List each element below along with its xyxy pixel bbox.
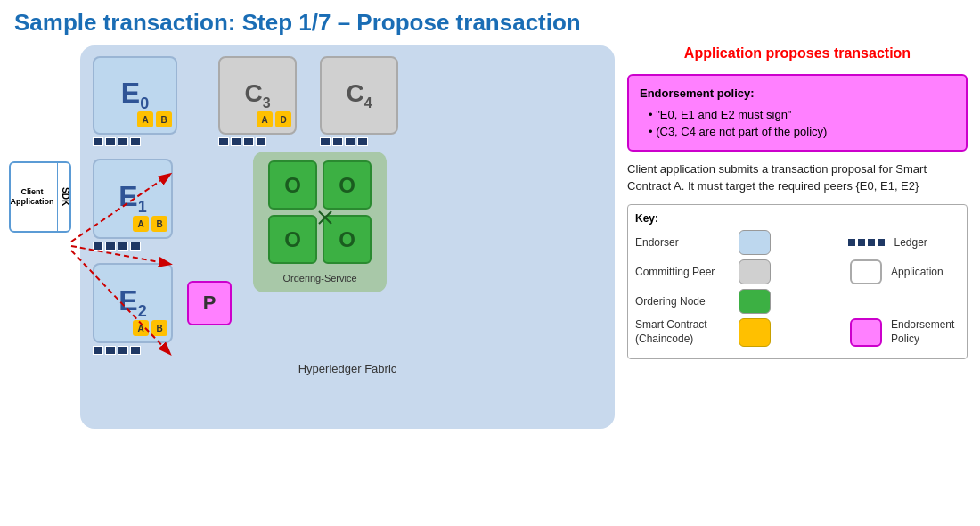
key-row-committing: Committing Peer Application	[635, 259, 960, 284]
ordering-service: O O O O Ord	[253, 152, 387, 292]
c3-label: C3	[244, 79, 270, 111]
client-sdk: SDK	[57, 163, 73, 231]
key-endorser-label: Endorser	[635, 236, 733, 249]
key-ledger-label: Ledger	[894, 236, 960, 249]
proposes-title: Application proposes transaction	[627, 45, 968, 62]
key-committing-label: Committing Peer	[635, 266, 733, 278]
key-row-endorser: Endorser Ledger	[635, 230, 960, 255]
badge-a: A	[137, 111, 153, 127]
policy-title: Endorsement policy:	[640, 85, 955, 103]
fabric-container: E0 A B C3	[80, 45, 615, 429]
endorsement-policy-box: Endorsement policy: • "E0, E1 and E2 mus…	[627, 74, 968, 152]
policy-p: P	[187, 281, 232, 325]
client-label: Client Application	[8, 185, 57, 209]
badge-a-c3: A	[257, 111, 273, 127]
endorser-e0: E0 A B	[93, 56, 177, 146]
key-endorsement-policy-label: EndorsementPolicy	[891, 318, 960, 346]
fabric-label: Hyperledger Fabric	[93, 362, 602, 375]
badge-d-c3: D	[275, 111, 291, 127]
key-endorser-swatch	[739, 230, 771, 255]
committing-c3: C3 A D	[218, 56, 297, 146]
e1-label: E1	[118, 182, 146, 215]
client-box: Client Application SDK	[9, 161, 71, 233]
key-endorsement-policy-swatch	[850, 318, 882, 347]
info-panel: Application proposes transaction Endorse…	[624, 45, 971, 429]
badge-a-e2: A	[133, 320, 149, 336]
badge-b: B	[156, 111, 172, 127]
committing-c4: C4	[320, 56, 398, 146]
endorser-e1: E1 A B	[93, 159, 232, 251]
key-title: Key:	[635, 212, 960, 225]
ordering-node-1: O	[268, 160, 317, 210]
key-chaincode-swatch	[739, 318, 771, 347]
c4-label: C4	[346, 79, 372, 111]
policy-bullet1: • "E0, E1 and E2 must sign"	[649, 106, 955, 124]
key-box: Key: Endorser Ledger Commit	[627, 204, 968, 359]
e0-label: E0	[121, 78, 149, 111]
badge-b-e1: B	[151, 216, 167, 232]
page-root: Sample transaction: Step 1/7 – Propose t…	[0, 0, 980, 526]
key-ordering-swatch	[739, 289, 771, 314]
key-row-ordering: Ordering Node	[635, 289, 960, 314]
policy-bullet2: • (C3, C4 are not part of the policy)	[649, 123, 955, 141]
key-ordering-label: Ordering Node	[635, 295, 733, 308]
e2-row: E2 A B	[93, 263, 232, 355]
e2-label: E2	[118, 286, 146, 319]
ordering-node-2: O	[323, 160, 372, 210]
key-application-label: Application	[891, 266, 960, 278]
badge-b-e2: B	[151, 320, 167, 336]
endorser-e2: E2 A B	[93, 263, 173, 355]
key-smartcontract-label: Smart Contract(Chaincode)	[635, 318, 733, 346]
ordering-node-4: O	[323, 215, 372, 264]
key-application-swatch	[850, 259, 882, 284]
key-row-smartcontract: Smart Contract(Chaincode) EndorsementPol…	[635, 318, 960, 347]
page-title: Sample transaction: Step 1/7 – Propose t…	[0, 0, 980, 42]
policy-p-label: P	[203, 292, 216, 315]
ordering-node-3: O	[268, 215, 317, 264]
key-committing-swatch	[739, 259, 771, 284]
badge-a-e1: A	[133, 216, 149, 232]
ordering-label: Ordering-Service	[282, 273, 356, 284]
description: Client application submits a transaction…	[627, 160, 968, 195]
